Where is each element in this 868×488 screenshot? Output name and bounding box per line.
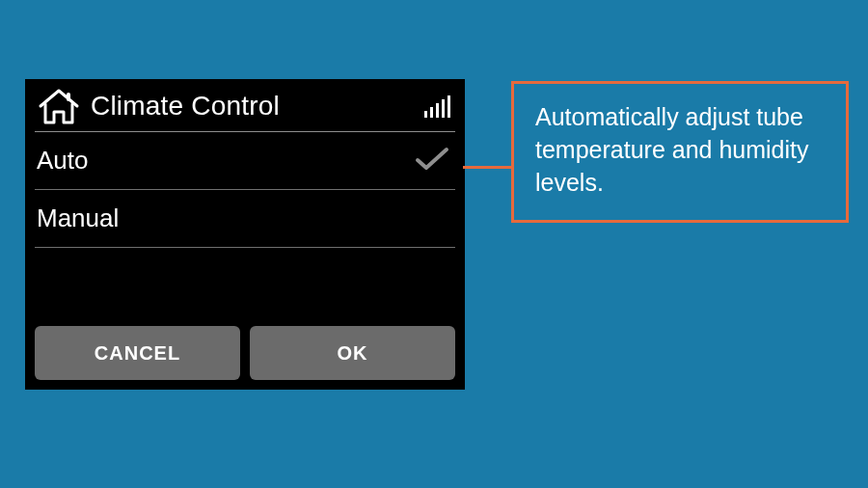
callout-box: Automatically adjust tube temperature an…	[511, 81, 849, 223]
home-icon[interactable]	[37, 87, 81, 125]
options-list: Auto Manual	[35, 132, 455, 326]
signal-icon	[424, 95, 453, 118]
panel-header: Climate Control	[35, 83, 455, 132]
callout-connector	[463, 166, 511, 169]
ok-button[interactable]: OK	[250, 326, 455, 380]
option-label: Auto	[37, 146, 89, 176]
button-bar: CANCEL OK	[35, 326, 455, 380]
page-title: Climate Control	[91, 91, 415, 122]
cancel-button[interactable]: CANCEL	[35, 326, 240, 380]
option-label: Manual	[37, 203, 119, 233]
option-manual[interactable]: Manual	[35, 190, 455, 248]
option-auto[interactable]: Auto	[35, 132, 455, 190]
check-icon	[415, 147, 449, 176]
climate-control-panel: Climate Control Auto Manual CANCEL OK	[25, 79, 465, 390]
callout-text: Automatically adjust tube temperature an…	[535, 103, 808, 196]
